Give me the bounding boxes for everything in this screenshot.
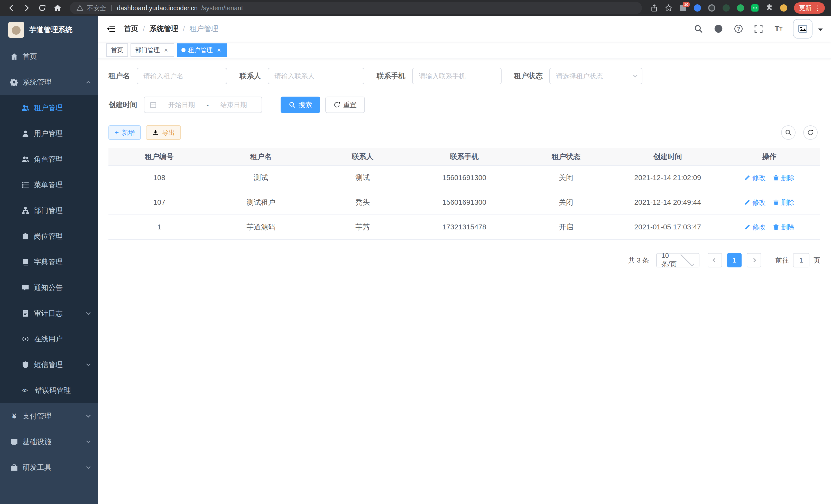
sidebar-item-error-code[interactable]: </> 错误码管理 [0,378,98,403]
browser-toolbar: 不安全 dashboard.yudao.iocoder.cn/system/te… [0,0,831,16]
refresh-icon [334,101,340,108]
navbar: 首页 / 系统管理 / 租户管理 ? TT [98,16,831,41]
font-size-icon[interactable]: TT [773,23,784,34]
tenant-status-select[interactable]: 请选择租户状态 [549,68,642,84]
breadcrumb-home[interactable]: 首页 [124,24,138,34]
menu-label: 岗位管理 [34,232,63,241]
delete-row-link[interactable]: 删除 [773,223,795,232]
reset-button[interactable]: 重置 [325,97,365,113]
extension-icon-3[interactable] [708,4,716,12]
extension-icon-6[interactable] [751,4,759,12]
sidebar-item-role[interactable]: 角色管理 [0,146,98,172]
sidebar-item-home[interactable]: 首页 [0,44,98,69]
back-icon[interactable] [7,4,16,12]
user-icon [22,130,29,138]
tab-dept[interactable]: 部门管理 × [131,43,174,57]
sidebar-item-devtools[interactable]: 研发工具 [0,455,98,480]
sidebar-item-dict[interactable]: 字典管理 [0,249,98,275]
toggle-search-button[interactable] [781,125,796,140]
edit-row-link[interactable]: 修改 [744,198,766,207]
menu-label: 基础设施 [23,437,51,447]
yen-icon: ¥ [10,412,18,420]
header-search-icon[interactable] [693,23,704,34]
cell-id: 1 [109,215,210,239]
extensions-puzzle-icon[interactable] [765,4,773,12]
next-page-button[interactable] [747,253,761,267]
address-bar[interactable]: 不安全 dashboard.yudao.iocoder.cn/system/te… [70,2,642,14]
cell-actions: 修改 删除 [718,166,820,190]
tab-close-icon[interactable]: × [215,47,223,54]
sidebar-item-menu[interactable]: 菜单管理 [0,172,98,198]
sidebar-item-audit-log[interactable]: 审计日志 [0,301,98,326]
github-icon[interactable] [713,23,724,34]
document-icon [22,309,29,317]
sidebar-item-post[interactable]: 岗位管理 [0,224,98,249]
reload-icon[interactable] [38,4,46,12]
sidebar-item-system[interactable]: 系统管理 [0,69,98,95]
add-button[interactable]: + 新增 [109,125,141,140]
refresh-table-button[interactable] [803,125,818,140]
menu-label: 系统管理 [23,77,51,87]
search-button[interactable]: 搜索 [281,97,320,113]
user-avatar[interactable] [793,19,812,38]
prev-page-button[interactable] [708,253,722,267]
delete-row-link[interactable]: 删除 [773,198,795,207]
sidebar-item-sms[interactable]: 短信管理 [0,352,98,378]
menu-label: 支付管理 [23,411,51,421]
toolbox-icon [10,464,18,471]
tab-close-icon[interactable]: × [163,47,170,54]
breadcrumb-system[interactable]: 系统管理 [149,24,178,34]
current-page-button[interactable]: 1 [727,253,742,267]
extension-icon-2[interactable] [693,4,701,12]
chevron-down-icon [633,73,637,78]
edit-row-link[interactable]: 修改 [744,173,766,182]
export-button-label: 导出 [162,128,175,137]
pagination-total: 共 3 条 [628,256,649,265]
goto-page-input[interactable] [793,253,809,267]
filter-tenant-name: 租户名 [109,68,227,84]
tenant-name-input[interactable] [137,68,227,84]
browser-right-controls: 10 更新⋮ [650,2,826,13]
extension-icon-5[interactable] [737,4,745,12]
menu-label: 角色管理 [34,154,63,164]
column-header: 操作 [718,148,820,166]
update-button[interactable]: 更新⋮ [794,2,825,13]
sidebar-item-notice[interactable]: 通知公告 [0,275,98,301]
forward-icon[interactable] [23,4,31,12]
contact-input[interactable] [268,68,364,84]
sidebar-item-user[interactable]: 用户管理 [0,121,98,146]
hamburger-icon[interactable] [106,24,116,33]
fullscreen-icon[interactable] [753,23,764,34]
browser-home-icon[interactable] [53,4,62,12]
column-header: 联系手机 [413,148,515,166]
refresh-icon [807,129,814,136]
app-logo[interactable]: 芋道管理系统 [0,16,98,44]
mobile-input[interactable] [412,68,502,84]
page-size-select[interactable]: 10条/页 [656,253,699,267]
create-time-range-picker[interactable]: 开始日期 - 结束日期 [144,97,262,113]
cell-mobile: 17321315478 [413,215,515,239]
extension-icon-1[interactable]: 10 [679,4,687,12]
bookmark-star-icon[interactable] [664,4,673,12]
tab-home[interactable]: 首页 [106,43,128,57]
tab-label: 首页 [111,46,123,54]
extension-icon-4[interactable] [722,4,730,12]
sidebar-item-dept[interactable]: 部门管理 [0,198,98,224]
sidebar-item-online-user[interactable]: 在线用户 [0,326,98,352]
sidebar-item-tenant[interactable]: 租户管理 [0,95,98,121]
help-icon[interactable]: ? [733,23,744,34]
edit-row-link[interactable]: 修改 [744,223,766,232]
table-body: 108 测试 测试 15601691300 关闭 2021-12-14 21:0… [109,166,820,239]
share-icon[interactable] [650,4,658,12]
export-button[interactable]: 导出 [146,125,181,140]
browser-profile-avatar[interactable] [780,4,788,12]
table-header-row: 租户编号 租户名 联系人 联系手机 租户状态 创建时间 操作 [109,148,820,166]
table-row: 108 测试 测试 15601691300 关闭 2021-12-14 21:0… [109,166,820,190]
tab-tenant[interactable]: 租户管理 × [177,43,227,57]
delete-row-link[interactable]: 删除 [773,173,795,182]
sidebar-item-infra[interactable]: 基础设施 [0,429,98,455]
app: 芋道管理系统 首页 系统管理 租户管理 [0,16,831,504]
cell-actions: 修改 删除 [718,190,820,215]
caret-down-icon[interactable] [818,29,823,33]
sidebar-item-payment[interactable]: ¥ 支付管理 [0,403,98,429]
